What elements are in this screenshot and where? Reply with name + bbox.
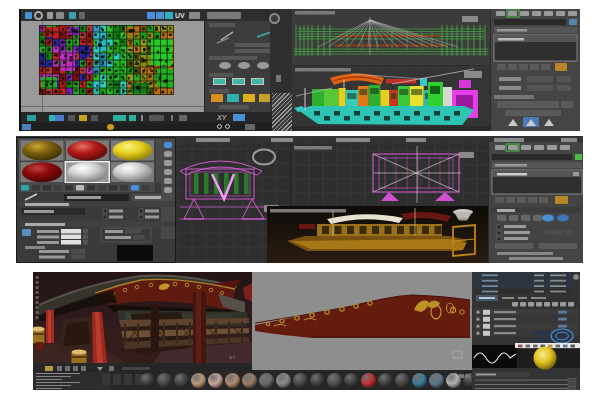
svg-text:a t: a t [229, 354, 235, 360]
